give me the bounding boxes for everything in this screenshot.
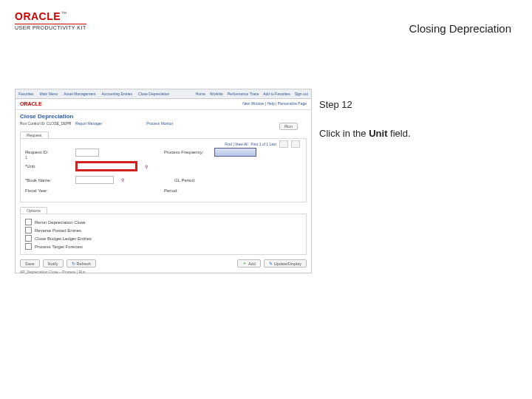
tm-mark: ™ [61, 10, 66, 17]
request-panel: Find | View All First 1 of 1 Last Reques… [20, 138, 307, 202]
process-frequency-select[interactable] [214, 148, 256, 157]
process-frequency-label: Process Frequency: [164, 150, 208, 154]
step-label: Step 12 [319, 99, 504, 110]
chk-reverse[interactable] [25, 227, 32, 233]
nav-link[interactable]: Home [196, 92, 205, 96]
chk-reverse-label: Reverse Posted Entries [35, 228, 81, 233]
report-manager-link[interactable]: Report Manager [75, 121, 102, 126]
window-links[interactable]: New Window | Help | Personalize Page [242, 101, 307, 106]
crumb-item[interactable]: Close Depreciation [138, 92, 169, 96]
add-row-button[interactable] [279, 140, 288, 148]
request-id-value: 1 [25, 155, 27, 160]
page-nav: First 1 of 1 Last [251, 142, 276, 146]
nav-link[interactable]: Performance Trace [228, 92, 259, 96]
nav-link[interactable]: Add to Favorites [263, 92, 290, 96]
nav-link[interactable]: Sign out [295, 92, 308, 96]
add-button[interactable]: ＋Add [237, 259, 261, 267]
notify-button[interactable]: Notify [43, 259, 64, 267]
form-title: Close Depreciation [16, 110, 311, 120]
gl-period-label: GL Period: [174, 178, 219, 183]
tab-request[interactable]: Request [20, 132, 49, 138]
unit-field[interactable] [75, 161, 137, 171]
crumb-item[interactable]: Asset Management [64, 92, 95, 96]
period-label: Period: [164, 188, 208, 193]
brand-name: ORACLE [15, 10, 61, 22]
page-title: Closing Depreciation [409, 22, 511, 35]
fiscal-year-label: Fiscal Year: [25, 188, 69, 193]
save-button[interactable]: Save [20, 259, 40, 267]
request-id-label: Request ID: [25, 150, 69, 154]
crumb-item[interactable]: Main Menu [40, 92, 58, 96]
chk-budget[interactable] [25, 235, 32, 242]
unit-lookup-icon[interactable]: ⚲ [145, 164, 148, 169]
tab-options[interactable]: Options [20, 207, 47, 214]
book-lookup-icon[interactable]: ⚲ [121, 177, 124, 183]
run-control-value: CLOSE_DEPR [47, 121, 72, 126]
process-monitor-link[interactable]: Process Monitor [146, 121, 173, 126]
chk-rerun[interactable] [25, 219, 32, 225]
find-link[interactable]: Find | View All [225, 142, 248, 146]
footer-text: AP_Depreciation Close – Process | Run [20, 270, 307, 274]
update-icon: ✎ [269, 262, 273, 266]
book-name-input[interactable] [75, 176, 114, 184]
chk-forecast[interactable] [25, 243, 32, 250]
brand-logo: ORACLE™ USER PRODUCTIVITY KIT [15, 10, 86, 30]
chk-budget-label: Close Budget Ledger Entries [35, 236, 92, 241]
app-brand: ORACLE [20, 101, 42, 106]
nav-link[interactable]: Worklist [210, 92, 223, 96]
run-control-label: Run Control ID: [20, 121, 45, 126]
request-id-input[interactable] [75, 149, 99, 157]
crumb-item[interactable]: Favorites [18, 92, 34, 96]
run-button[interactable]: Run [279, 123, 298, 130]
crumb-item[interactable]: Accounting Entries [101, 92, 132, 96]
chk-forecast-label: Process Target Forecast [35, 245, 83, 249]
screenshot-panel: Favorites Main Menu Asset Management Acc… [15, 89, 312, 273]
brand-subtitle: USER PRODUCTIVITY KIT [15, 24, 86, 30]
book-name-label: *Book Name: [25, 178, 69, 183]
chk-rerun-label: Rerun Depreciation Close [35, 220, 86, 225]
unit-label: *Unit: [25, 164, 69, 168]
instruction-text: Click in the Unit field. [319, 128, 504, 139]
update-display-button[interactable]: ✎Update/Display [264, 259, 307, 267]
refresh-button[interactable]: ↻Refresh [66, 259, 96, 267]
plus-icon: ＋ [242, 261, 247, 266]
refresh-icon: ↻ [72, 262, 75, 266]
breadcrumb-bar: Favorites Main Menu Asset Management Acc… [16, 89, 311, 99]
delete-row-button[interactable] [291, 140, 300, 148]
